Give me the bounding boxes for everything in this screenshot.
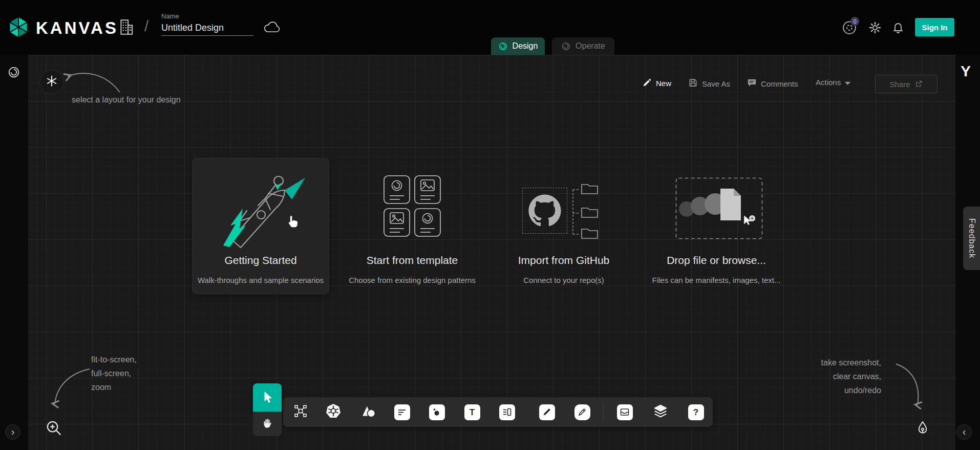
- drop-file-card[interactable]: [675, 177, 763, 288]
- flowchart-icon: [294, 404, 307, 420]
- card-caption-getting-started: Walk-throughs and sample scenarios: [198, 276, 324, 284]
- drop-zone-graphic: [675, 177, 763, 241]
- kubernetes-tool-button[interactable]: [325, 403, 342, 421]
- help-tool-button[interactable]: ?: [687, 403, 705, 421]
- kanvas-logo-icon: [7, 16, 30, 40]
- hand-cursor-icon: [285, 214, 300, 231]
- getting-started-illustration: [201, 163, 322, 250]
- zoom-hint-text: fit-to-screen, full-screen, zoom: [91, 353, 137, 394]
- card-title-drop-file: Drop file or browse...: [667, 254, 766, 267]
- pencil-icon: [643, 78, 652, 89]
- operate-tab-icon: [561, 42, 571, 51]
- note-icon: [499, 404, 515, 420]
- design-name-input[interactable]: [161, 20, 253, 36]
- hint-arrow-screenshot: [892, 360, 927, 411]
- help-icon: ?: [688, 404, 704, 420]
- notifications-bell-icon[interactable]: [892, 21, 904, 35]
- card-caption-github: Connect to your repo(s): [523, 276, 604, 284]
- left-rail: [0, 55, 28, 450]
- screenshot-hint-text: take screenshot, clear canvas, undo/redo: [821, 356, 881, 397]
- text-tool-icon: T: [464, 404, 480, 420]
- feedback-tab[interactable]: Feedback: [963, 207, 980, 270]
- card-caption-template: Choose from existing design patterns: [349, 276, 476, 284]
- zoom-button[interactable]: [45, 419, 62, 439]
- comment-tool-button[interactable]: [393, 403, 411, 421]
- layers-icon: [653, 403, 668, 421]
- card-title-github: Import from GitHub: [518, 254, 610, 267]
- tab-operate[interactable]: Operate: [552, 37, 614, 55]
- dock-divider: [603, 403, 604, 421]
- cloud-sync-icon[interactable]: [263, 21, 281, 36]
- shapes-icon: [361, 403, 376, 421]
- collapse-right-panel-button[interactable]: ‹: [956, 424, 972, 440]
- meshery-spiral-icon[interactable]: [7, 66, 20, 81]
- pen-nib-icon: [915, 428, 930, 437]
- chevron-right-icon: ›: [11, 426, 15, 437]
- design-name-field: Name: [161, 12, 253, 36]
- github-octocat-icon: [528, 194, 562, 230]
- settings-gear-icon[interactable]: [869, 22, 881, 36]
- shapes-tool-button[interactable]: [360, 403, 377, 421]
- hand-icon: [261, 417, 273, 431]
- note-tool-button[interactable]: [498, 403, 516, 421]
- kanvas-logo-text: KANVAS: [36, 18, 118, 38]
- layers-tool-button[interactable]: [652, 403, 669, 421]
- media-tool-button[interactable]: [428, 403, 445, 421]
- comment-icon: [747, 78, 757, 89]
- save-as-button[interactable]: Save As: [688, 78, 730, 89]
- pencil-tool-button[interactable]: [573, 403, 591, 421]
- card-caption-drop-file: Files can be manifests, images, text...: [652, 276, 781, 284]
- media-icon: [429, 404, 445, 420]
- template-thumbnails: [384, 175, 441, 237]
- actions-dropdown[interactable]: Actions: [816, 78, 850, 87]
- card-title-template: Start from template: [367, 254, 458, 267]
- chevron-left-icon: ‹: [963, 426, 966, 437]
- pen-icon: [539, 404, 555, 420]
- pen-tool-button[interactable]: [538, 403, 556, 421]
- mode-tabs: Design Operate: [491, 37, 614, 55]
- import-from-github-card[interactable]: [520, 179, 609, 290]
- kubernetes-icon: [326, 403, 341, 421]
- kanvas-app: Y select a layout for your design New Sa…: [0, 0, 980, 450]
- getting-started-card[interactable]: [192, 158, 329, 294]
- expand-left-panel-button[interactable]: ›: [5, 424, 20, 440]
- tools-dock: T ?: [283, 397, 713, 427]
- cursor-arrow-icon: [261, 390, 274, 405]
- hint-arrow-zoom: [49, 365, 95, 410]
- repo-folders-icon: [569, 180, 606, 243]
- card-title-getting-started: Getting Started: [224, 254, 296, 267]
- layout-selector-button[interactable]: [39, 70, 64, 94]
- pan-tool-button[interactable]: [253, 412, 282, 436]
- start-from-template-card[interactable]: [376, 172, 448, 290]
- comment-lines-icon: [394, 404, 410, 420]
- link-icon: [915, 79, 923, 89]
- sign-in-button[interactable]: Sign In: [915, 18, 954, 36]
- magnifier-plus-icon: [45, 429, 62, 438]
- save-icon: [688, 78, 698, 89]
- annotate-pen-button[interactable]: [915, 420, 930, 438]
- tab-design[interactable]: Design: [491, 37, 545, 55]
- notification-badge: 0: [850, 17, 859, 26]
- pencil-outline-icon: [574, 404, 590, 420]
- design-tab-icon: [498, 42, 508, 51]
- share-button[interactable]: Share: [875, 75, 938, 93]
- hint-arrow-layout: [62, 67, 123, 96]
- kanvas-logo[interactable]: KANVAS: [7, 16, 118, 40]
- drawer-tool-button[interactable]: [616, 403, 633, 421]
- design-name-label: Name: [161, 12, 253, 20]
- layout-hint-text: select a layout for your design: [72, 95, 181, 105]
- snowflake-icon: [46, 75, 58, 89]
- comments-button[interactable]: Comments: [747, 78, 798, 89]
- organization-icon[interactable]: [119, 18, 134, 38]
- new-design-button[interactable]: New: [643, 78, 671, 89]
- select-tool-button[interactable]: [253, 383, 282, 412]
- app-header: KANVAS / Name Design Operate 0: [0, 0, 980, 55]
- drawer-icon: [617, 404, 633, 420]
- breadcrumb-separator: /: [144, 17, 148, 35]
- text-tool-button[interactable]: T: [463, 403, 481, 421]
- flowchart-tool-button[interactable]: [292, 403, 309, 421]
- layer5-y-logo: Y: [961, 63, 971, 80]
- chevron-down-icon: [845, 78, 850, 87]
